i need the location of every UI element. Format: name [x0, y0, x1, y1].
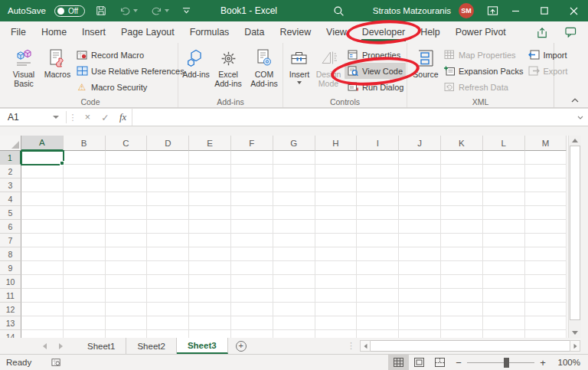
- cell-E13[interactable]: [189, 316, 231, 330]
- cell-K10[interactable]: [441, 275, 483, 289]
- cell-J10[interactable]: [399, 275, 441, 289]
- cell-B1[interactable]: [64, 151, 106, 165]
- insert-control-button[interactable]: Insert: [286, 44, 312, 84]
- autosave-toggle[interactable]: Off: [54, 5, 85, 17]
- row-header-9[interactable]: 9: [0, 261, 21, 275]
- cell-F5[interactable]: [231, 206, 273, 220]
- tab-home[interactable]: Home: [34, 21, 74, 43]
- cell-K13[interactable]: [441, 316, 483, 330]
- cell-G9[interactable]: [273, 261, 315, 275]
- cell-M6[interactable]: [525, 220, 567, 234]
- cell-I3[interactable]: [357, 178, 399, 192]
- zoom-level[interactable]: 100%: [551, 358, 580, 367]
- row-header-13[interactable]: 13: [0, 316, 21, 330]
- zoom-out-button[interactable]: −: [450, 357, 467, 368]
- cell-A5[interactable]: [21, 206, 64, 220]
- cell-J2[interactable]: [399, 165, 441, 178]
- cell-C9[interactable]: [106, 261, 148, 275]
- cell-D11[interactable]: [147, 289, 189, 303]
- cell-F12[interactable]: [231, 303, 273, 316]
- cell-J6[interactable]: [399, 220, 441, 234]
- cell-D2[interactable]: [147, 165, 189, 178]
- cell-A11[interactable]: [21, 289, 64, 303]
- tab-page-layout[interactable]: Page Layout: [113, 21, 182, 43]
- cell-D12[interactable]: [147, 303, 189, 316]
- tab-developer[interactable]: Developer: [354, 21, 413, 43]
- cell-J8[interactable]: [399, 247, 441, 261]
- cell-D4[interactable]: [147, 192, 189, 206]
- cell-A4[interactable]: [21, 192, 64, 206]
- cell-J7[interactable]: [399, 234, 441, 247]
- tab-view[interactable]: View: [318, 21, 354, 43]
- macro-security-button[interactable]: ⚠ Macro Security: [74, 79, 187, 95]
- row-header-6[interactable]: 6: [0, 220, 21, 234]
- undo-button[interactable]: [117, 0, 140, 21]
- cell-H2[interactable]: [315, 165, 358, 178]
- cancel-button[interactable]: ×: [79, 109, 96, 126]
- cell-L10[interactable]: [483, 275, 525, 289]
- cell-L7[interactable]: [483, 234, 525, 247]
- cell-I14[interactable]: [357, 330, 399, 338]
- cell-A8[interactable]: [21, 247, 64, 261]
- avatar[interactable]: SM: [459, 3, 474, 18]
- cell-H6[interactable]: [315, 220, 358, 234]
- cell-H9[interactable]: [315, 261, 358, 275]
- cell-B10[interactable]: [64, 275, 106, 289]
- cell-H4[interactable]: [315, 192, 358, 206]
- scroll-up-button[interactable]: [569, 136, 581, 146]
- cell-H11[interactable]: [315, 289, 358, 303]
- cell-C1[interactable]: [106, 151, 148, 165]
- next-sheet-icon[interactable]: [59, 343, 63, 349]
- cell-D14[interactable]: [147, 330, 189, 338]
- column-header-B[interactable]: B: [64, 136, 106, 151]
- view-code-button[interactable]: View Code: [345, 63, 406, 79]
- cell-J13[interactable]: [399, 316, 441, 330]
- cell-B4[interactable]: [64, 192, 106, 206]
- cell-E6[interactable]: [189, 220, 231, 234]
- cell-L5[interactable]: [483, 206, 525, 220]
- cell-I2[interactable]: [357, 165, 399, 178]
- enter-button[interactable]: ✓: [96, 109, 114, 126]
- cell-B13[interactable]: [64, 316, 106, 330]
- visual-basic-button[interactable]: Visual Basic: [6, 44, 41, 89]
- cell-I4[interactable]: [357, 192, 399, 206]
- cell-G14[interactable]: [273, 330, 315, 338]
- cell-I5[interactable]: [357, 206, 399, 220]
- cell-H10[interactable]: [315, 275, 358, 289]
- run-dialog-button[interactable]: Run Dialog: [345, 79, 406, 95]
- cell-G6[interactable]: [273, 220, 315, 234]
- collapse-ribbon-button[interactable]: [571, 98, 579, 103]
- cell-C4[interactable]: [106, 192, 148, 206]
- cell-C11[interactable]: [106, 289, 148, 303]
- tab-file[interactable]: File: [3, 21, 34, 43]
- cell-E7[interactable]: [189, 234, 231, 247]
- formula-bar-grip[interactable]: ⋮: [67, 109, 79, 126]
- cell-J3[interactable]: [399, 178, 441, 192]
- cell-K9[interactable]: [441, 261, 483, 275]
- cell-K4[interactable]: [441, 192, 483, 206]
- search-button[interactable]: [331, 0, 347, 21]
- cell-M7[interactable]: [525, 234, 567, 247]
- name-box[interactable]: A1: [0, 109, 66, 126]
- cell-L9[interactable]: [483, 261, 525, 275]
- export-button[interactable]: Export: [525, 63, 570, 79]
- cell-B8[interactable]: [64, 247, 106, 261]
- page-layout-view-button[interactable]: [409, 355, 430, 370]
- page-break-preview-button[interactable]: [430, 355, 450, 370]
- cell-E2[interactable]: [189, 165, 231, 178]
- cell-H7[interactable]: [315, 234, 358, 247]
- cell-C2[interactable]: [106, 165, 148, 178]
- formula-input[interactable]: [132, 109, 573, 126]
- vertical-scrollbar[interactable]: [568, 136, 581, 338]
- cell-A12[interactable]: [21, 303, 64, 316]
- cell-E9[interactable]: [189, 261, 231, 275]
- cell-F11[interactable]: [231, 289, 273, 303]
- row-header-1[interactable]: 1: [0, 151, 21, 165]
- tab-power-pivot[interactable]: Power Pivot: [448, 21, 514, 43]
- horizontal-scrollbar[interactable]: [360, 338, 580, 354]
- cell-H1[interactable]: [315, 151, 358, 165]
- cell-M10[interactable]: [525, 275, 567, 289]
- row-header-8[interactable]: 8: [0, 247, 21, 261]
- row-header-12[interactable]: 12: [0, 303, 21, 316]
- cell-M13[interactable]: [525, 316, 567, 330]
